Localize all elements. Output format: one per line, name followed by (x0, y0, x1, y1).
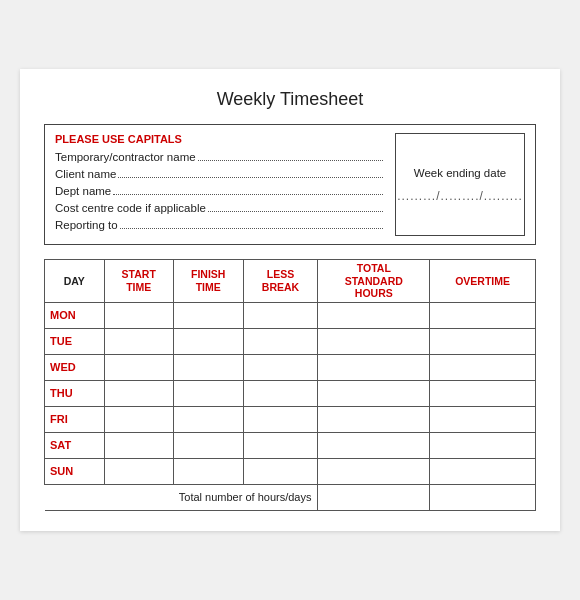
wed-break[interactable] (243, 354, 318, 380)
table-row: FRI (45, 406, 536, 432)
total-hours[interactable] (318, 484, 430, 510)
week-ending-label: Week ending date (414, 167, 507, 179)
field-cost-centre: Cost centre code if applicable (55, 202, 383, 214)
col-overtime: OVERTIME (430, 260, 536, 303)
day-thu: THU (45, 380, 105, 406)
day-sun: SUN (45, 458, 105, 484)
col-finish-time: FINISHTIME (173, 260, 243, 303)
total-overtime[interactable] (430, 484, 536, 510)
use-caps-label: PLEASE USE CAPITALS (55, 133, 383, 145)
table-row: TUE (45, 328, 536, 354)
table-row: SUN (45, 458, 536, 484)
fri-break[interactable] (243, 406, 318, 432)
field-dept: Dept name (55, 185, 383, 197)
sat-finish[interactable] (173, 432, 243, 458)
total-label: Total number of hours/days (45, 484, 318, 510)
sun-total[interactable] (318, 458, 430, 484)
col-start-time: STARTTIME (104, 260, 173, 303)
table-header-row: DAY STARTTIME FINISHTIME LESSBREAK TOTAL… (45, 260, 536, 303)
col-total-standard: TOTALSTANDARDHOURS (318, 260, 430, 303)
sun-break[interactable] (243, 458, 318, 484)
sun-finish[interactable] (173, 458, 243, 484)
mon-start[interactable] (104, 302, 173, 328)
info-left: PLEASE USE CAPITALS Temporary/contractor… (55, 133, 383, 236)
fri-start[interactable] (104, 406, 173, 432)
week-ending-box: Week ending date ........./........./...… (395, 133, 525, 236)
tue-break[interactable] (243, 328, 318, 354)
wed-total[interactable] (318, 354, 430, 380)
day-fri: FRI (45, 406, 105, 432)
thu-total[interactable] (318, 380, 430, 406)
day-tue: TUE (45, 328, 105, 354)
day-sat: SAT (45, 432, 105, 458)
info-box: PLEASE USE CAPITALS Temporary/contractor… (44, 124, 536, 245)
day-wed: WED (45, 354, 105, 380)
wed-finish[interactable] (173, 354, 243, 380)
thu-overtime[interactable] (430, 380, 536, 406)
thu-start[interactable] (104, 380, 173, 406)
tue-total[interactable] (318, 328, 430, 354)
tue-start[interactable] (104, 328, 173, 354)
sat-break[interactable] (243, 432, 318, 458)
table-row: WED (45, 354, 536, 380)
sun-start[interactable] (104, 458, 173, 484)
mon-break[interactable] (243, 302, 318, 328)
field-contractor: Temporary/contractor name (55, 151, 383, 163)
sat-total[interactable] (318, 432, 430, 458)
field-client: Client name (55, 168, 383, 180)
mon-overtime[interactable] (430, 302, 536, 328)
timesheet-table: DAY STARTTIME FINISHTIME LESSBREAK TOTAL… (44, 259, 536, 511)
thu-break[interactable] (243, 380, 318, 406)
fri-finish[interactable] (173, 406, 243, 432)
fri-total[interactable] (318, 406, 430, 432)
page-title: Weekly Timesheet (44, 89, 536, 110)
sat-overtime[interactable] (430, 432, 536, 458)
col-less-break: LESSBREAK (243, 260, 318, 303)
thu-finish[interactable] (173, 380, 243, 406)
col-day: DAY (45, 260, 105, 303)
total-row: Total number of hours/days (45, 484, 536, 510)
sat-start[interactable] (104, 432, 173, 458)
mon-total[interactable] (318, 302, 430, 328)
tue-finish[interactable] (173, 328, 243, 354)
mon-finish[interactable] (173, 302, 243, 328)
table-row: THU (45, 380, 536, 406)
wed-overtime[interactable] (430, 354, 536, 380)
timesheet-page: Weekly Timesheet PLEASE USE CAPITALS Tem… (20, 69, 560, 531)
sun-overtime[interactable] (430, 458, 536, 484)
field-reporting: Reporting to (55, 219, 383, 231)
tue-overtime[interactable] (430, 328, 536, 354)
table-row: MON (45, 302, 536, 328)
date-placeholder: ........./........./......... (397, 189, 523, 203)
fri-overtime[interactable] (430, 406, 536, 432)
day-mon: MON (45, 302, 105, 328)
table-row: SAT (45, 432, 536, 458)
wed-start[interactable] (104, 354, 173, 380)
